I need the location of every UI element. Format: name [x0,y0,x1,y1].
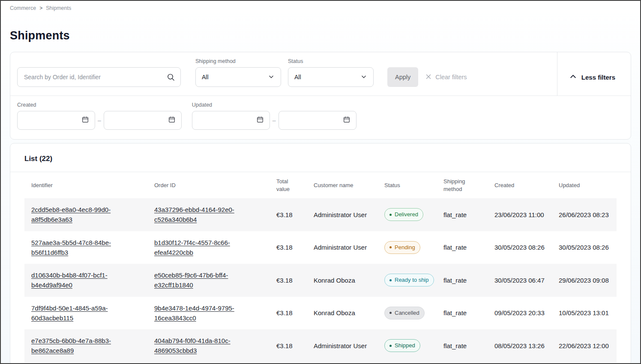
clear-filters-label: Clear filters [435,74,467,81]
less-filters-button[interactable]: Less filters [569,67,615,87]
status-label: Status [288,58,374,64]
calendar-icon [168,116,176,125]
breadcrumb-shipments[interactable]: Shipments [46,5,71,11]
breadcrumb: Commerce > Shipments [1,1,640,11]
table-header-total-value[interactable]: Total value [270,172,307,198]
search-group [17,67,181,87]
status-badge: Delivered [384,208,423,221]
shipping-method-cell: flat_rate [437,329,488,362]
created-date-filter: Created – [17,102,182,130]
updated-from-input[interactable] [192,111,270,130]
shipping-method-cell: flat_rate [437,297,488,330]
table-header-updated[interactable]: Updated [552,172,617,198]
customer-name-cell: Konrad Oboza [307,264,377,297]
status-badge: Shipped [384,339,420,352]
identifier-link[interactable]: d106340b-b4b8-4f07-bcf1-b4e4d9af94e0 [31,272,108,289]
breadcrumb-commerce[interactable]: Commerce [10,5,36,11]
updated-cell: 22/06/2023 12:00 [552,329,617,362]
shipping-method-cell: flat_rate [437,231,488,264]
less-filters-label: Less filters [581,74,615,81]
apply-button[interactable]: Apply [387,67,418,87]
chevron-up-icon [569,73,577,81]
clear-filters-button[interactable]: Clear filters [425,67,467,87]
updated-to-input[interactable] [279,111,356,130]
total-value-cell: €3.18 [270,329,307,362]
shipping-method-label: Shipping method [195,58,281,64]
date-range-dash: – [98,117,101,124]
created-to-input[interactable] [104,111,182,130]
table-row: 7df9f4bd-50e1-4845-a59a-60d3acbeb115 9b4… [24,297,617,330]
updated-date-filter: Updated – [192,102,356,130]
table-header-created[interactable]: Created [488,172,552,198]
updated-cell: 10/05/2023 13:01 [552,297,617,330]
shipments-table: Identifier Order ID Total value Customer… [24,172,617,362]
table-header-shipping-method[interactable]: Shipping method [437,172,488,198]
table-row: 2cdd5eb8-e8a0-4ec8-99d0-a8f5db6e3a63 43a… [24,198,617,231]
created-cell: 08/05/2023 13:26 [488,329,552,362]
calendar-icon [343,116,350,125]
order-id-link[interactable]: e50ceb85-f9c6-47b6-bff4-e32cff1b1840 [154,272,228,289]
updated-cell: 26/06/2023 08:23 [552,198,617,231]
created-cell: 30/05/2023 08:26 [488,231,552,264]
created-cell: 23/06/2023 11:00 [488,198,552,231]
shipping-method-value: All [202,74,209,81]
list-title: List (22) [24,155,617,163]
calendar-icon [256,116,264,125]
identifier-link[interactable]: e7e375cb-6b0b-4e7a-88b3-be862ace8a89 [31,337,111,354]
order-id-link[interactable]: 43a37296-ebbd-4164-92e0-c526a340b6b4 [154,206,234,223]
total-value-cell: €3.18 [270,264,307,297]
table-row: 527aae3a-5b5d-47c8-84be-b56f11d6ffb3 b1d… [24,231,617,264]
created-label: Created [17,102,182,108]
order-id-link[interactable]: 404ab794-f0f0-41da-810c-4869053cbbd3 [154,337,231,354]
filters-panel: Shipping method All Status All [10,52,631,140]
customer-name-cell: Konrad Oboza [307,297,377,330]
shipping-method-select[interactable]: All [195,67,281,87]
chevron-down-icon [268,73,275,81]
calendar-icon [81,116,89,125]
close-icon [425,73,432,81]
filters-row-top: Shipping method All Status All [10,52,631,95]
shipments-list-panel: List (22) Identifier Order ID Total valu… [10,143,631,364]
page-title: Shipments [10,29,640,42]
table-header-identifier[interactable]: Identifier [24,172,147,198]
updated-cell: 29/06/2023 09:08 [552,264,617,297]
updated-cell: 30/05/2023 08:26 [552,231,617,264]
status-filter: Status All [288,58,374,87]
order-id-link[interactable]: 9b4e3478-1e4d-4974-9795-16cea3843cc0 [154,304,234,322]
shipping-method-cell: flat_rate [437,264,488,297]
created-cell: 09/05/2023 20:33 [488,297,552,330]
chevron-down-icon [360,73,367,81]
table-header-row: Identifier Order ID Total value Customer… [24,172,617,198]
customer-name-cell: Administrator User [307,231,377,264]
table-header-order-id[interactable]: Order ID [147,172,270,198]
total-value-cell: €3.18 [270,297,307,330]
filters-divider [557,52,557,95]
status-value: All [294,74,301,81]
shipping-method-filter: Shipping method All [195,58,281,87]
date-range-dash: – [273,117,276,124]
list-heading-wrap: List (22) [10,143,631,172]
table-row: e7e375cb-6b0b-4e7a-88b3-be862ace8a89 404… [24,329,617,362]
identifier-link[interactable]: 7df9f4bd-50e1-4845-a59a-60d3acbeb115 [31,304,108,322]
order-id-link[interactable]: b1d30f12-7f4c-4557-8c66-efeaf4220cbb [154,239,230,256]
identifier-link[interactable]: 2cdd5eb8-e8a0-4ec8-99d0-a8f5db6e3a63 [31,206,111,223]
table-header-status[interactable]: Status [377,172,437,198]
status-badge: Pending [384,241,420,254]
shipments-page: Commerce > Shipments Shipments Shipping … [0,0,641,364]
created-from-input[interactable] [17,111,95,130]
filters-row-bottom: Created – [10,95,631,139]
customer-name-cell: Administrator User [307,329,377,362]
created-cell: 30/05/2023 06:47 [488,264,552,297]
table-header-customer-name[interactable]: Customer name [307,172,377,198]
identifier-link[interactable]: 527aae3a-5b5d-47c8-84be-b56f11d6ffb3 [31,239,111,256]
total-value-cell: €3.18 [270,198,307,231]
search-input[interactable] [17,67,181,87]
table-row: d106340b-b4b8-4f07-bcf1-b4e4d9af94e0 e50… [24,264,617,297]
total-value-cell: €3.18 [270,231,307,264]
status-badge: Cancelled [384,307,425,319]
shipping-method-cell: flat_rate [437,198,488,231]
status-select[interactable]: All [288,67,374,87]
breadcrumb-separator: > [39,5,42,11]
search-icon[interactable] [167,73,175,81]
status-badge: Ready to ship [384,274,434,286]
